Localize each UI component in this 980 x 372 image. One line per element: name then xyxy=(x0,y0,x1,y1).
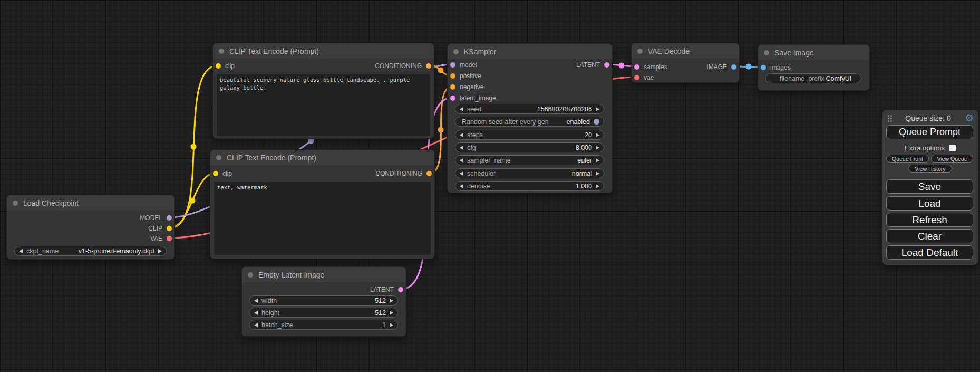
view-history-button[interactable]: View History xyxy=(908,165,952,173)
decrement-arrow-icon[interactable] xyxy=(460,184,463,188)
link-midpoint-dot xyxy=(438,68,444,73)
node-empty-latent-image[interactable]: Empty Latent Image LATENT width 512 heig… xyxy=(241,266,406,337)
increment-arrow-icon[interactable] xyxy=(596,158,599,163)
queue-panel: Queue size: 0 ⚙ Queue Prompt Extra optio… xyxy=(882,110,978,265)
ckpt-name-widget[interactable]: ckpt_name v1-5-pruned-emaonly.ckpt xyxy=(14,246,167,256)
increment-arrow-icon[interactable] xyxy=(158,249,162,253)
steps-widget[interactable]: steps 20 xyxy=(455,130,604,140)
node-ksampler[interactable]: KSampler model positive negative latent_… xyxy=(447,43,613,193)
node-collapse-dot[interactable] xyxy=(248,272,253,278)
node-collapse-dot[interactable] xyxy=(764,50,769,55)
clip-port-icon[interactable] xyxy=(216,63,221,69)
model-port-icon[interactable] xyxy=(450,62,455,68)
node-clip-text-encode-positive[interactable]: CLIP Text Encode (Prompt) clip CONDITION… xyxy=(212,43,434,139)
decrement-arrow-icon[interactable] xyxy=(19,249,23,253)
width-widget[interactable]: width 512 xyxy=(249,295,398,306)
image-port-icon[interactable] xyxy=(731,64,736,70)
increment-arrow-icon[interactable] xyxy=(596,107,599,111)
vae-port-icon[interactable] xyxy=(167,236,172,241)
node-vae-decode[interactable]: VAE Decode samples vae IMAGE xyxy=(631,43,740,83)
node-title: Save Image xyxy=(774,49,814,57)
seed-widget[interactable]: seed 156680208700286 xyxy=(455,104,604,114)
node-clip-text-encode-negative[interactable]: CLIP Text Encode (Prompt) clip CONDITION… xyxy=(210,149,435,259)
node-save-image[interactable]: Save Image images filename_prefix ComfyU… xyxy=(758,44,870,91)
decrement-arrow-icon[interactable] xyxy=(254,323,258,327)
increment-arrow-icon[interactable] xyxy=(390,299,393,303)
model-port-icon[interactable] xyxy=(167,215,172,221)
increment-arrow-icon[interactable] xyxy=(596,184,599,188)
toggle-dot-icon[interactable] xyxy=(594,119,599,125)
load-button[interactable]: Load xyxy=(886,196,973,211)
batch-size-widget[interactable]: batch_size 1 xyxy=(249,320,398,330)
node-title-bar[interactable]: Save Image xyxy=(758,45,869,60)
random-seed-toggle-widget[interactable]: Random seed after every gen enabled xyxy=(455,117,604,127)
height-widget[interactable]: height 512 xyxy=(249,308,398,318)
conditioning-port-icon[interactable] xyxy=(450,73,455,79)
node-title-bar[interactable]: VAE Decode xyxy=(632,43,739,59)
queue-size-label: Queue size: 0 xyxy=(894,114,963,122)
decrement-arrow-icon[interactable] xyxy=(460,146,463,150)
clip-port-icon[interactable] xyxy=(213,171,218,176)
link-midpoint-dot xyxy=(438,127,444,133)
decrement-arrow-icon[interactable] xyxy=(460,107,463,111)
link-midpoint-dot xyxy=(308,138,314,144)
input-model: model xyxy=(450,61,477,69)
latent-port-icon[interactable] xyxy=(604,62,609,68)
decrement-arrow-icon[interactable] xyxy=(460,158,463,163)
conditioning-port-icon[interactable] xyxy=(426,63,431,69)
sampler-name-widget[interactable]: sampler_name euler xyxy=(455,155,604,165)
latent-port-icon[interactable] xyxy=(450,96,455,101)
clear-button[interactable]: Clear xyxy=(886,229,973,243)
extra-options-checkbox[interactable] xyxy=(949,145,956,151)
node-graph-canvas[interactable]: Load Checkpoint MODEL CLIP VAE ckpt_name… xyxy=(0,0,980,372)
node-load-checkpoint[interactable]: Load Checkpoint MODEL CLIP VAE ckpt_name… xyxy=(6,195,175,260)
node-title-bar[interactable]: KSampler xyxy=(448,44,612,59)
image-port-icon[interactable] xyxy=(761,65,766,70)
decrement-arrow-icon[interactable] xyxy=(254,311,258,315)
input-clip: clip xyxy=(213,170,232,177)
increment-arrow-icon[interactable] xyxy=(390,311,393,315)
cfg-widget[interactable]: cfg 8.000 xyxy=(455,142,604,152)
latent-port-icon[interactable] xyxy=(398,287,403,292)
refresh-button[interactable]: Refresh xyxy=(886,213,973,227)
node-collapse-dot[interactable] xyxy=(216,155,221,160)
scheduler-widget[interactable]: scheduler normal xyxy=(455,168,604,178)
view-queue-button[interactable]: View Queue xyxy=(931,155,973,163)
node-collapse-dot[interactable] xyxy=(13,201,18,206)
increment-arrow-icon[interactable] xyxy=(596,146,599,150)
node-title-bar[interactable]: CLIP Text Encode (Prompt) xyxy=(210,150,434,165)
clip-port-icon[interactable] xyxy=(167,226,172,231)
save-button[interactable]: Save xyxy=(886,179,973,194)
decrement-arrow-icon[interactable] xyxy=(460,171,463,176)
node-collapse-dot[interactable] xyxy=(453,49,459,54)
increment-arrow-icon[interactable] xyxy=(596,133,599,137)
node-title-bar[interactable]: Load Checkpoint xyxy=(7,195,174,211)
conditioning-port-icon[interactable] xyxy=(450,84,455,90)
vae-port-icon[interactable] xyxy=(634,75,639,80)
denoise-widget[interactable]: denoise 1.000 xyxy=(455,181,604,191)
link-midpoint-dot xyxy=(191,144,197,150)
increment-arrow-icon[interactable] xyxy=(596,171,599,176)
positive-prompt-textarea[interactable]: beautiful scenery nature glass bottle la… xyxy=(217,74,430,136)
node-title-bar[interactable]: Empty Latent Image xyxy=(242,267,406,282)
drag-handle-icon[interactable] xyxy=(888,115,889,117)
queue-front-button[interactable]: Queue Front xyxy=(886,155,929,163)
settings-gear-icon[interactable]: ⚙ xyxy=(965,113,974,123)
link-midpoint-dot xyxy=(746,64,752,70)
node-title-bar[interactable]: CLIP Text Encode (Prompt) xyxy=(213,43,434,59)
input-latent-image: latent_image xyxy=(450,94,496,102)
latent-port-icon[interactable] xyxy=(634,64,639,70)
conditioning-port-icon[interactable] xyxy=(426,171,432,176)
filename-prefix-widget[interactable]: filename_prefix ComfyUI xyxy=(765,73,861,83)
decrement-arrow-icon[interactable] xyxy=(254,299,258,303)
negative-prompt-textarea[interactable]: text, watermark xyxy=(214,182,431,255)
node-title: Load Checkpoint xyxy=(23,199,79,207)
node-collapse-dot[interactable] xyxy=(219,49,224,54)
load-default-button[interactable]: Load Default xyxy=(886,245,973,260)
increment-arrow-icon[interactable] xyxy=(390,323,393,327)
node-collapse-dot[interactable] xyxy=(637,49,643,54)
queue-prompt-button[interactable]: Queue Prompt xyxy=(886,125,973,139)
decrement-arrow-icon[interactable] xyxy=(460,133,463,137)
input-vae: vae xyxy=(634,74,654,81)
link-midpoint-dot xyxy=(619,63,625,69)
